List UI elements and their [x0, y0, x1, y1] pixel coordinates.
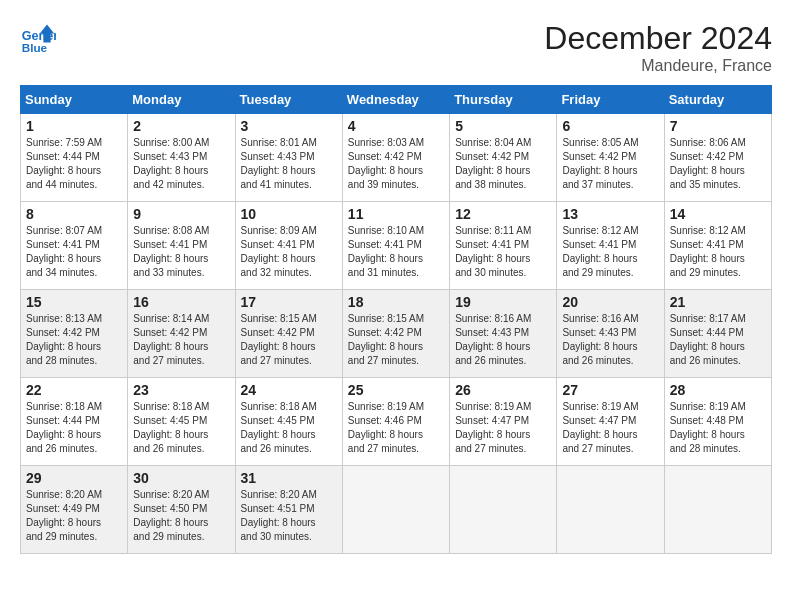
page-header: General Blue December 2024 Mandeure, Fra…: [20, 20, 772, 75]
day-number: 7: [670, 118, 766, 134]
cell-data: Sunrise: 8:15 AM Sunset: 4:42 PM Dayligh…: [241, 312, 337, 368]
cell-data: Sunrise: 8:19 AM Sunset: 4:46 PM Dayligh…: [348, 400, 444, 456]
day-number: 26: [455, 382, 551, 398]
day-number: 1: [26, 118, 122, 134]
day-number: 16: [133, 294, 229, 310]
calendar-cell: 28Sunrise: 8:19 AM Sunset: 4:48 PM Dayli…: [664, 378, 771, 466]
day-number: 8: [26, 206, 122, 222]
cell-data: Sunrise: 8:20 AM Sunset: 4:50 PM Dayligh…: [133, 488, 229, 544]
calendar-cell: [450, 466, 557, 554]
day-number: 18: [348, 294, 444, 310]
calendar-cell: 7Sunrise: 8:06 AM Sunset: 4:42 PM Daylig…: [664, 114, 771, 202]
calendar-cell: 14Sunrise: 8:12 AM Sunset: 4:41 PM Dayli…: [664, 202, 771, 290]
calendar-cell: 9Sunrise: 8:08 AM Sunset: 4:41 PM Daylig…: [128, 202, 235, 290]
day-header-monday: Monday: [128, 86, 235, 114]
day-number: 6: [562, 118, 658, 134]
cell-data: Sunrise: 8:16 AM Sunset: 4:43 PM Dayligh…: [455, 312, 551, 368]
calendar-cell: 31Sunrise: 8:20 AM Sunset: 4:51 PM Dayli…: [235, 466, 342, 554]
calendar-cell: 1Sunrise: 7:59 AM Sunset: 4:44 PM Daylig…: [21, 114, 128, 202]
day-number: 17: [241, 294, 337, 310]
calendar-cell: 3Sunrise: 8:01 AM Sunset: 4:43 PM Daylig…: [235, 114, 342, 202]
calendar-cell: 4Sunrise: 8:03 AM Sunset: 4:42 PM Daylig…: [342, 114, 449, 202]
calendar-cell: 8Sunrise: 8:07 AM Sunset: 4:41 PM Daylig…: [21, 202, 128, 290]
day-header-wednesday: Wednesday: [342, 86, 449, 114]
day-number: 15: [26, 294, 122, 310]
calendar-cell: 25Sunrise: 8:19 AM Sunset: 4:46 PM Dayli…: [342, 378, 449, 466]
calendar-cell: 21Sunrise: 8:17 AM Sunset: 4:44 PM Dayli…: [664, 290, 771, 378]
day-number: 10: [241, 206, 337, 222]
cell-data: Sunrise: 8:12 AM Sunset: 4:41 PM Dayligh…: [670, 224, 766, 280]
cell-data: Sunrise: 8:17 AM Sunset: 4:44 PM Dayligh…: [670, 312, 766, 368]
calendar-cell: 29Sunrise: 8:20 AM Sunset: 4:49 PM Dayli…: [21, 466, 128, 554]
location: Mandeure, France: [544, 57, 772, 75]
calendar-cell: 27Sunrise: 8:19 AM Sunset: 4:47 PM Dayli…: [557, 378, 664, 466]
day-number: 22: [26, 382, 122, 398]
cell-data: Sunrise: 8:19 AM Sunset: 4:47 PM Dayligh…: [455, 400, 551, 456]
title-block: December 2024 Mandeure, France: [544, 20, 772, 75]
calendar-cell: 24Sunrise: 8:18 AM Sunset: 4:45 PM Dayli…: [235, 378, 342, 466]
day-number: 13: [562, 206, 658, 222]
day-number: 27: [562, 382, 658, 398]
day-header-thursday: Thursday: [450, 86, 557, 114]
cell-data: Sunrise: 8:19 AM Sunset: 4:47 PM Dayligh…: [562, 400, 658, 456]
calendar-cell: [557, 466, 664, 554]
calendar-cell: 13Sunrise: 8:12 AM Sunset: 4:41 PM Dayli…: [557, 202, 664, 290]
calendar-cell: 23Sunrise: 8:18 AM Sunset: 4:45 PM Dayli…: [128, 378, 235, 466]
day-number: 20: [562, 294, 658, 310]
day-number: 14: [670, 206, 766, 222]
day-number: 30: [133, 470, 229, 486]
cell-data: Sunrise: 8:07 AM Sunset: 4:41 PM Dayligh…: [26, 224, 122, 280]
day-number: 4: [348, 118, 444, 134]
day-header-saturday: Saturday: [664, 86, 771, 114]
calendar-table: SundayMondayTuesdayWednesdayThursdayFrid…: [20, 85, 772, 554]
month-title: December 2024: [544, 20, 772, 57]
day-header-sunday: Sunday: [21, 86, 128, 114]
calendar-cell: [342, 466, 449, 554]
cell-data: Sunrise: 8:09 AM Sunset: 4:41 PM Dayligh…: [241, 224, 337, 280]
calendar-cell: 16Sunrise: 8:14 AM Sunset: 4:42 PM Dayli…: [128, 290, 235, 378]
cell-data: Sunrise: 8:03 AM Sunset: 4:42 PM Dayligh…: [348, 136, 444, 192]
header-row: SundayMondayTuesdayWednesdayThursdayFrid…: [21, 86, 772, 114]
cell-data: Sunrise: 8:15 AM Sunset: 4:42 PM Dayligh…: [348, 312, 444, 368]
day-number: 29: [26, 470, 122, 486]
day-number: 5: [455, 118, 551, 134]
calendar-cell: 5Sunrise: 8:04 AM Sunset: 4:42 PM Daylig…: [450, 114, 557, 202]
logo-icon: General Blue: [20, 20, 56, 56]
day-number: 12: [455, 206, 551, 222]
day-number: 25: [348, 382, 444, 398]
cell-data: Sunrise: 8:00 AM Sunset: 4:43 PM Dayligh…: [133, 136, 229, 192]
day-header-tuesday: Tuesday: [235, 86, 342, 114]
cell-data: Sunrise: 8:18 AM Sunset: 4:45 PM Dayligh…: [241, 400, 337, 456]
logo: General Blue: [20, 20, 56, 56]
cell-data: Sunrise: 7:59 AM Sunset: 4:44 PM Dayligh…: [26, 136, 122, 192]
calendar-cell: 18Sunrise: 8:15 AM Sunset: 4:42 PM Dayli…: [342, 290, 449, 378]
day-number: 3: [241, 118, 337, 134]
day-number: 2: [133, 118, 229, 134]
cell-data: Sunrise: 8:11 AM Sunset: 4:41 PM Dayligh…: [455, 224, 551, 280]
cell-data: Sunrise: 8:18 AM Sunset: 4:45 PM Dayligh…: [133, 400, 229, 456]
calendar-cell: 26Sunrise: 8:19 AM Sunset: 4:47 PM Dayli…: [450, 378, 557, 466]
cell-data: Sunrise: 8:01 AM Sunset: 4:43 PM Dayligh…: [241, 136, 337, 192]
calendar-cell: 30Sunrise: 8:20 AM Sunset: 4:50 PM Dayli…: [128, 466, 235, 554]
cell-data: Sunrise: 8:16 AM Sunset: 4:43 PM Dayligh…: [562, 312, 658, 368]
cell-data: Sunrise: 8:18 AM Sunset: 4:44 PM Dayligh…: [26, 400, 122, 456]
cell-data: Sunrise: 8:10 AM Sunset: 4:41 PM Dayligh…: [348, 224, 444, 280]
day-number: 28: [670, 382, 766, 398]
day-number: 19: [455, 294, 551, 310]
calendar-cell: 20Sunrise: 8:16 AM Sunset: 4:43 PM Dayli…: [557, 290, 664, 378]
calendar-cell: 6Sunrise: 8:05 AM Sunset: 4:42 PM Daylig…: [557, 114, 664, 202]
cell-data: Sunrise: 8:13 AM Sunset: 4:42 PM Dayligh…: [26, 312, 122, 368]
calendar-cell: 19Sunrise: 8:16 AM Sunset: 4:43 PM Dayli…: [450, 290, 557, 378]
cell-data: Sunrise: 8:05 AM Sunset: 4:42 PM Dayligh…: [562, 136, 658, 192]
calendar-cell: 2Sunrise: 8:00 AM Sunset: 4:43 PM Daylig…: [128, 114, 235, 202]
cell-data: Sunrise: 8:14 AM Sunset: 4:42 PM Dayligh…: [133, 312, 229, 368]
day-number: 21: [670, 294, 766, 310]
day-number: 31: [241, 470, 337, 486]
calendar-cell: [664, 466, 771, 554]
cell-data: Sunrise: 8:08 AM Sunset: 4:41 PM Dayligh…: [133, 224, 229, 280]
day-number: 23: [133, 382, 229, 398]
calendar-cell: 17Sunrise: 8:15 AM Sunset: 4:42 PM Dayli…: [235, 290, 342, 378]
calendar-cell: 15Sunrise: 8:13 AM Sunset: 4:42 PM Dayli…: [21, 290, 128, 378]
calendar-cell: 22Sunrise: 8:18 AM Sunset: 4:44 PM Dayli…: [21, 378, 128, 466]
cell-data: Sunrise: 8:20 AM Sunset: 4:51 PM Dayligh…: [241, 488, 337, 544]
